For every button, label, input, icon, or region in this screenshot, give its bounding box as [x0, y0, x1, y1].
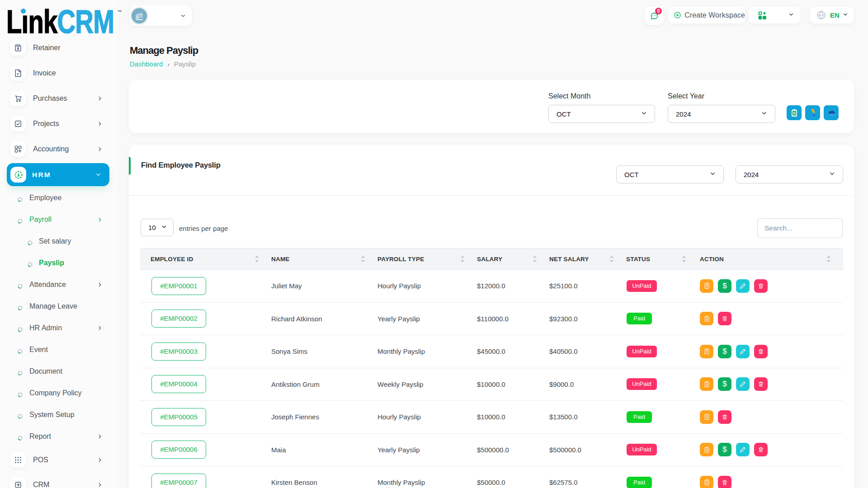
svg-text:S: S	[706, 416, 708, 419]
svg-text:S: S	[706, 481, 708, 484]
svg-text:S: S	[706, 317, 708, 320]
svg-text:S: S	[793, 111, 795, 115]
svg-text:S: S	[706, 285, 708, 288]
svg-text:S: S	[706, 350, 708, 353]
svg-text:S: S	[706, 448, 708, 451]
svg-text:S: S	[706, 383, 708, 386]
